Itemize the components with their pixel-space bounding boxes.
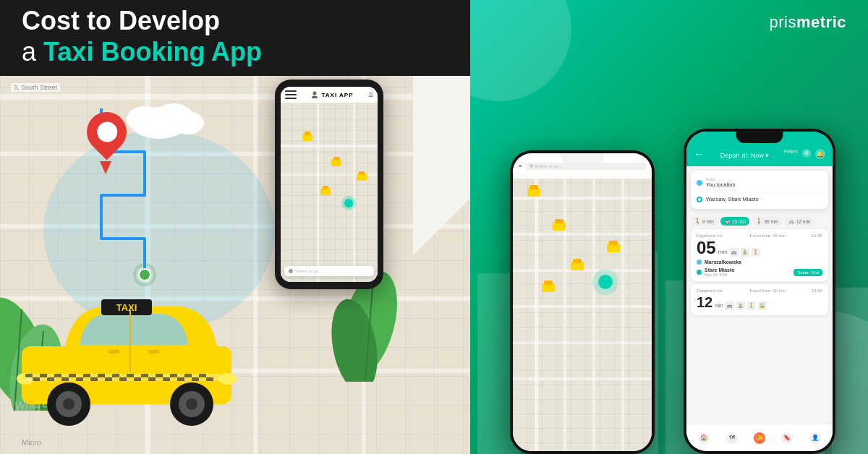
fp-transport-icons2: 🚌 🚊 🚶 🚋 xyxy=(726,301,767,310)
fp-stop1: Marszałkowska xyxy=(697,260,822,265)
phone-road-v xyxy=(317,87,319,282)
svg-rect-33 xyxy=(98,374,105,377)
svg-rect-51 xyxy=(177,377,184,381)
bp-taxi-4 xyxy=(607,244,620,252)
left-panel: 3, South Street Home Cost to Develop a T… xyxy=(0,0,470,454)
phone-front-mockup: Depart at: Now ▾ Filters ⚙ 🔔 xyxy=(684,129,835,454)
fp-t-icon-bus2: 🚌 xyxy=(726,301,734,310)
brand-name: prismetric xyxy=(770,13,847,31)
bp-hamburger: ≡ xyxy=(519,163,522,168)
fp-card2-min-label: min xyxy=(715,303,723,308)
fp-to-dot xyxy=(697,197,702,202)
fp-nav-profile-icon[interactable]: 👤 xyxy=(809,432,821,444)
clouds xyxy=(116,83,231,144)
fp-nav-home-icon[interactable]: 🏠 xyxy=(698,432,710,444)
fp-t-icon-train2: 🚊 xyxy=(736,301,745,310)
taxi-car-3 xyxy=(320,188,331,195)
headline-highlight: Taxi Booking App xyxy=(43,37,262,67)
svg-rect-48 xyxy=(134,377,141,381)
svg-rect-44 xyxy=(76,377,83,381)
header-text: Cost to Develop a Taxi Booking App xyxy=(22,5,262,67)
svg-rect-55 xyxy=(109,350,119,354)
bp-taxi-2 xyxy=(553,222,566,231)
fp-travel-walk1[interactable]: 🚶 9 min xyxy=(691,217,718,226)
fp-t-icon-bus: 🚌 xyxy=(730,248,739,257)
phone-search-bar[interactable]: Where to go... xyxy=(284,266,374,276)
fp-card2-header: Departure on: Travel time: 30 min 13:55 xyxy=(697,288,822,293)
fp-settings-icon[interactable]: ⚙ xyxy=(802,149,811,158)
svg-rect-37 xyxy=(156,374,163,377)
svg-rect-53 xyxy=(206,377,213,381)
svg-point-13 xyxy=(172,111,204,134)
phone-left-mockup: TAXI APP ≡ xyxy=(275,80,383,289)
brand-logo: prismetric xyxy=(770,13,847,32)
fp-filter-text: Filters xyxy=(784,149,798,159)
hamburger-icon xyxy=(285,90,297,99)
fp-card1-minutes: 05 xyxy=(697,239,716,257)
svg-rect-42 xyxy=(47,377,54,381)
fp-stop2-name: Stare Miasto xyxy=(705,267,791,273)
fp-t-icon-train: 🚊 xyxy=(741,248,749,257)
right-panel: prismetric xyxy=(470,0,868,454)
fp-card1-time: 13:55 xyxy=(812,234,822,238)
fp-back-button[interactable] xyxy=(694,148,705,160)
svg-rect-49 xyxy=(148,377,156,381)
fp-card2-minutes: 12 xyxy=(697,294,712,311)
fp-travel-walk2[interactable]: 🚶 30 min xyxy=(752,217,782,226)
phone-back-mockup: ≡ Where to go... xyxy=(510,150,655,454)
svg-rect-40 xyxy=(199,374,206,377)
svg-rect-29 xyxy=(40,374,47,377)
fp-card1: Departure on: Travel time: 15 min 13:55 … xyxy=(691,229,828,281)
fp-stop2-sub: Nov 14, 9:55 xyxy=(705,273,791,277)
svg-rect-50 xyxy=(163,377,170,381)
svg-point-25 xyxy=(219,373,237,385)
fp-to-row: Warsaw, Stare Miasto xyxy=(697,194,822,205)
bp-taxi-1 xyxy=(527,188,540,197)
fp-travel-options: 🚶 9 min 🚌 15 min 🚶 30 min 🚲 xyxy=(686,213,833,229)
destination-dot xyxy=(344,199,353,207)
bp-road-h4 xyxy=(513,305,652,308)
headline-line2: a Taxi Booking App xyxy=(22,36,262,67)
fp-nav-map-icon[interactable]: 🗺 xyxy=(726,432,738,444)
bp-search-input[interactable]: Where to go... xyxy=(526,163,646,170)
svg-rect-38 xyxy=(170,374,177,377)
fp-nav-ticket[interactable]: 🎫 xyxy=(754,432,765,444)
fp-travel-bus[interactable]: 🚌 15 min xyxy=(720,217,750,226)
fp-stop2: Stare Miasto Nov 14, 9:55 Ticket: 15zł xyxy=(697,267,822,277)
menu-dots: ≡ xyxy=(368,90,373,100)
bp-taxi-3 xyxy=(571,262,584,270)
bp-header: ≡ Where to go... xyxy=(513,153,652,179)
fp-transport-icons1: 🚌 🚊 🚶 xyxy=(730,248,760,257)
svg-rect-39 xyxy=(184,374,192,377)
fp-nav-profile[interactable]: 👤 xyxy=(809,432,821,444)
fp-from-value: You location xyxy=(706,181,736,188)
fp-nav-bookmark[interactable]: 🔖 xyxy=(781,432,793,444)
fp-input-section: From You location Warsaw, Stare Miasto xyxy=(691,171,828,209)
svg-rect-41 xyxy=(33,377,40,381)
svg-rect-28 xyxy=(25,374,33,377)
road-h1 xyxy=(0,94,470,100)
fp-card1-travel-label: Travel time: 15 min xyxy=(749,234,786,238)
fp-travel-bike[interactable]: 🚲 12 min xyxy=(785,217,814,226)
fp-nav-bookmark-icon[interactable]: 🔖 xyxy=(781,432,793,444)
svg-rect-52 xyxy=(192,377,199,381)
phone-search-text: Where to go... xyxy=(295,269,323,273)
fp-card2: Departure on: Travel time: 30 min 13:55 … xyxy=(691,284,828,315)
fp-nav-ticket-icon[interactable]: 🎫 xyxy=(754,432,765,444)
bp-road-h6 xyxy=(513,377,652,380)
fp-ticket-btn[interactable]: Ticket: 15zł xyxy=(793,269,822,276)
fp-nav-home[interactable]: 🏠 xyxy=(698,432,710,444)
bp-road-h5 xyxy=(513,341,652,344)
fp-t-icon-walk: 🚶 xyxy=(752,248,760,257)
svg-rect-30 xyxy=(54,374,61,377)
fp-nav-map[interactable]: 🗺 xyxy=(726,432,738,444)
fp-stop1-dot xyxy=(697,260,702,265)
fp-t-icon-walk2: 🚶 xyxy=(747,301,756,310)
svg-point-24 xyxy=(186,398,197,410)
fp-bell-icon[interactable]: 🔔 xyxy=(815,149,825,159)
svg-rect-34 xyxy=(112,374,119,377)
svg-text:TAXI: TAXI xyxy=(116,302,137,313)
svg-rect-36 xyxy=(141,374,148,377)
fp-header-title: Depart at: Now ▾ xyxy=(720,152,770,159)
svg-point-21 xyxy=(63,398,75,410)
